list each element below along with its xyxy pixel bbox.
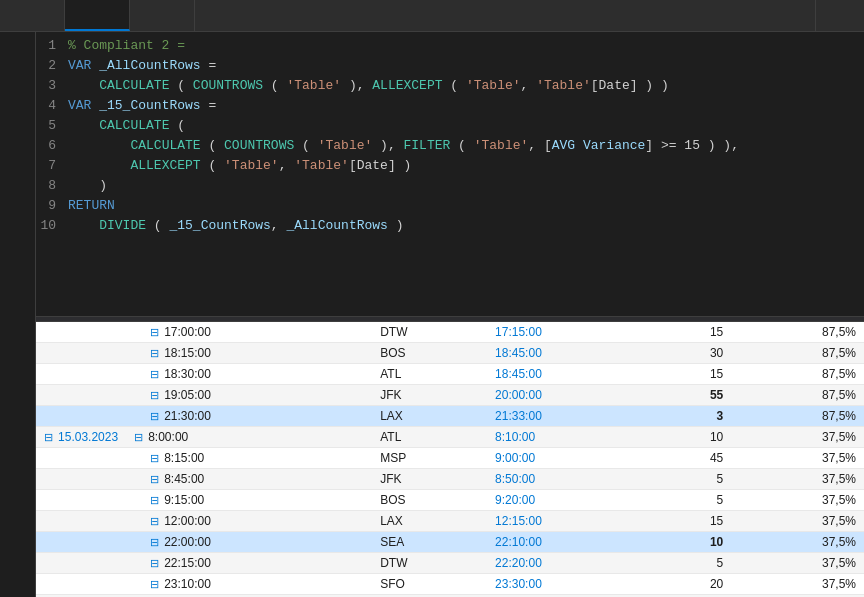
table-row[interactable]: ⊟ 18:15:00BOS18:45:003087,5% xyxy=(36,342,864,363)
arrival-time: 8:50:00 xyxy=(487,468,653,489)
arrival-time: 12:15:00 xyxy=(487,510,653,531)
table-row[interactable]: ⊟ 22:00:00SEA22:10:001037,5% xyxy=(36,531,864,552)
percentage-cell: 37,5% xyxy=(731,510,864,531)
table-row[interactable]: ⊟ 12:00:00LAX12:15:001537,5% xyxy=(36,510,864,531)
airport-cell: LAX xyxy=(372,405,487,426)
code-token: [Date] ) ) xyxy=(591,78,669,93)
top-tabs xyxy=(0,0,864,32)
table-row[interactable]: ⊟ 21:30:00LAX21:33:00387,5% xyxy=(36,405,864,426)
code-token: % Compliant 2 = xyxy=(68,38,185,53)
percentage-cell: 37,5% xyxy=(731,447,864,468)
table-row[interactable]: ⊟ 22:15:00DTW22:20:00537,5% xyxy=(36,552,864,573)
line-content: CALCULATE ( COUNTROWS ( 'Table' ), FILTE… xyxy=(68,136,739,156)
percentage-cell: 37,5% xyxy=(731,531,864,552)
table-row[interactable]: ⊟ 8:15:00MSP9:00:004537,5% xyxy=(36,447,864,468)
count-cell: 20 xyxy=(653,573,731,594)
row-expand-icon[interactable]: ⊟ xyxy=(150,389,162,401)
check-sidebar xyxy=(0,32,36,597)
tab-calculation[interactable] xyxy=(815,0,864,31)
date-value: 15.03.2023 xyxy=(58,430,118,444)
code-token xyxy=(68,78,99,93)
row-expand-icon[interactable]: ⊟ xyxy=(150,578,162,590)
date-cell xyxy=(36,447,126,468)
code-line: 10 DIVIDE ( _15_CountRows, _AllCountRows… xyxy=(36,216,864,236)
percentage-cell: 37,5% xyxy=(731,552,864,573)
count-cell: 45 xyxy=(653,447,731,468)
line-content: VAR _15_CountRows = xyxy=(68,96,216,116)
arrival-time: 22:20:00 xyxy=(487,552,653,573)
percentage-cell: 87,5% xyxy=(731,384,864,405)
table-row[interactable]: ⊟ 15.03.2023⊟ 8:00:00ATL8:10:001037,5% xyxy=(36,426,864,447)
tab-formatting[interactable] xyxy=(65,0,130,31)
code-line: 1% Compliant 2 = xyxy=(36,36,864,56)
table-row[interactable]: ⊟ 9:15:00BOS9:20:00537,5% xyxy=(36,489,864,510)
code-token: ( xyxy=(443,78,466,93)
table-row[interactable]: ⊟ 18:30:00ATL18:45:001587,5% xyxy=(36,363,864,384)
percentage-cell: 87,5% xyxy=(731,322,864,343)
data-scroll[interactable]: ⊟ 17:00:00DTW17:15:001587,5%⊟ 18:15:00BO… xyxy=(36,322,864,598)
table-row[interactable]: ⊟ 19:05:00JFK20:00:005587,5% xyxy=(36,384,864,405)
row-expand-icon[interactable]: ⊟ xyxy=(150,557,162,569)
code-token: DIVIDE xyxy=(99,218,146,233)
percentage-cell: 37,5% xyxy=(731,468,864,489)
departure-time: ⊟ 18:15:00 xyxy=(126,342,372,363)
tab-structure[interactable] xyxy=(0,0,65,31)
code-line: 2VAR _AllCountRows = xyxy=(36,56,864,76)
code-token: AVG Variance xyxy=(552,138,646,153)
arrival-time: 8:10:00 xyxy=(487,426,653,447)
code-line: 4VAR _15_CountRows = xyxy=(36,96,864,116)
departure-time: ⊟ 21:30:00 xyxy=(126,405,372,426)
line-content: CALCULATE ( xyxy=(68,116,185,136)
percentage-cell: 37,5% xyxy=(731,489,864,510)
row-expand-icon[interactable]: ⊟ xyxy=(150,347,162,359)
code-area: 1% Compliant 2 =2VAR _AllCountRows =3 CA… xyxy=(36,32,864,597)
line-content: RETURN xyxy=(68,196,115,216)
table-row[interactable]: ⊟ 23:10:00SFO23:30:002037,5% xyxy=(36,573,864,594)
code-editor[interactable]: 1% Compliant 2 =2VAR _AllCountRows =3 CA… xyxy=(36,32,864,316)
code-token: 'Table' xyxy=(286,78,341,93)
code-token: CALCULATE xyxy=(99,118,169,133)
code-token: = xyxy=(201,58,217,73)
row-expand-icon[interactable]: ⊟ xyxy=(134,431,146,443)
data-table: ⊟ 17:00:00DTW17:15:001587,5%⊟ 18:15:00BO… xyxy=(36,322,864,598)
row-expand-icon[interactable]: ⊟ xyxy=(150,536,162,548)
code-token: ) xyxy=(388,218,404,233)
date-cell xyxy=(36,531,126,552)
table-row[interactable]: ⊟ 17:00:00DTW17:15:001587,5% xyxy=(36,322,864,343)
departure-time: ⊟ 18:30:00 xyxy=(126,363,372,384)
line-content: DIVIDE ( _15_CountRows, _AllCountRows ) xyxy=(68,216,404,236)
row-expand-icon[interactable]: ⊟ xyxy=(150,326,162,338)
row-expand-icon[interactable]: ⊟ xyxy=(150,410,162,422)
arrival-time: 9:20:00 xyxy=(487,489,653,510)
row-expand-icon[interactable]: ⊟ xyxy=(150,494,162,506)
departure-time: ⊟ 8:15:00 xyxy=(126,447,372,468)
code-token: ] >= 15 ) ), xyxy=(645,138,739,153)
code-token: ( xyxy=(169,118,185,133)
code-token xyxy=(68,118,99,133)
code-token: ( xyxy=(201,158,224,173)
code-token: _AllCountRows xyxy=(99,58,200,73)
table-row[interactable]: ⊟ 8:45:00JFK8:50:00537,5% xyxy=(36,468,864,489)
expand-icon[interactable]: ⊟ xyxy=(44,431,56,443)
line-number: 6 xyxy=(40,136,68,156)
code-token: FILTER xyxy=(404,138,451,153)
arrival-time: 20:00:00 xyxy=(487,384,653,405)
date-cell xyxy=(36,363,126,384)
row-expand-icon[interactable]: ⊟ xyxy=(150,368,162,380)
line-number: 9 xyxy=(40,196,68,216)
row-expand-icon[interactable]: ⊟ xyxy=(150,515,162,527)
departure-time: ⊟ 9:15:00 xyxy=(126,489,372,510)
date-cell xyxy=(36,384,126,405)
line-content: % Compliant 2 = xyxy=(68,36,185,56)
arrival-time: 18:45:00 xyxy=(487,342,653,363)
arrival-time: 21:33:00 xyxy=(487,405,653,426)
arrival-time: 23:30:00 xyxy=(487,573,653,594)
code-token: _15_CountRows xyxy=(169,218,270,233)
tab-properties[interactable] xyxy=(130,0,195,31)
line-number: 1 xyxy=(40,36,68,56)
code-line: 8 ) xyxy=(36,176,864,196)
code-token: ( xyxy=(294,138,317,153)
code-token: _AllCountRows xyxy=(286,218,387,233)
row-expand-icon[interactable]: ⊟ xyxy=(150,452,162,464)
row-expand-icon[interactable]: ⊟ xyxy=(150,473,162,485)
